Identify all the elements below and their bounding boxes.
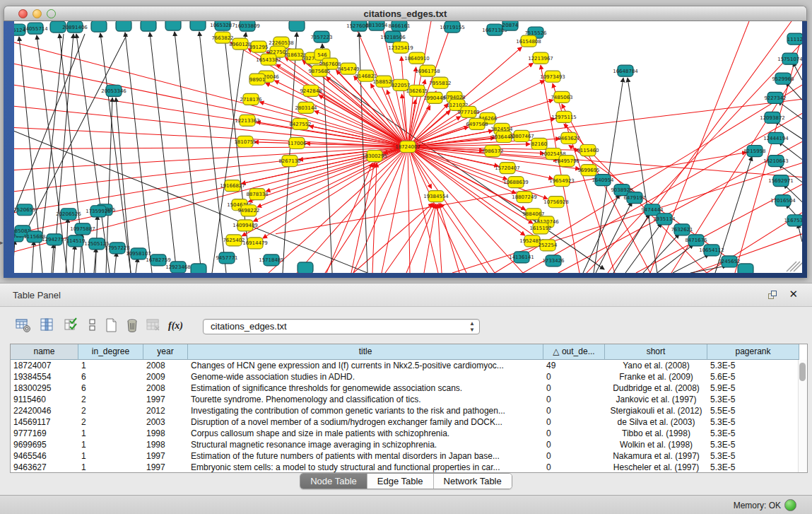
network-node[interactable]: 11112 — [787, 33, 802, 45]
network-node[interactable]: 12325419 — [388, 42, 413, 53]
network-node[interactable]: 9875685 — [308, 65, 330, 76]
network-node[interactable]: 8466161 — [388, 21, 410, 31]
network-node[interactable]: 8813054 — [365, 21, 388, 30]
network-node[interactable]: 1810755 — [234, 136, 256, 147]
function-builder-icon[interactable]: f(x) — [168, 320, 184, 336]
network-node[interactable]: 2718176 — [240, 93, 262, 105]
network-node[interactable]: 7955812 — [429, 77, 451, 88]
scrollbar-thumb[interactable] — [799, 363, 806, 381]
network-node[interactable]: 16033809 — [235, 21, 260, 31]
window-titlebar[interactable]: citations_edges.txt — [4, 6, 807, 21]
network-node[interactable]: 14055714 — [23, 23, 48, 34]
network-node[interactable]: 15692971 — [768, 175, 794, 187]
table-row[interactable]: 911546021997Tourette syndrome. Phenomeno… — [11, 394, 807, 405]
network-node[interactable]: 6497568 — [466, 118, 488, 129]
network-node[interactable] — [190, 21, 206, 30]
network-node[interactable]: 16648784 — [613, 65, 638, 76]
network-node[interactable]: 7357223 — [310, 31, 332, 42]
network-node[interactable] — [191, 264, 206, 273]
network-node[interactable]: 12213363 — [235, 115, 260, 126]
network-node[interactable]: 9463627 — [558, 132, 579, 144]
tab-network-table[interactable]: Network Table — [434, 474, 512, 489]
column-header-short[interactable]: short — [605, 344, 707, 360]
network-node[interactable]: 252254 — [539, 240, 558, 251]
column-header-out_de[interactable]: △ out_de... — [543, 344, 605, 360]
network-node[interactable]: 117006 — [288, 137, 307, 148]
network-node[interactable]: 8215958 — [743, 145, 765, 156]
column-header-name[interactable]: name — [11, 344, 78, 360]
table-row[interactable]: 977716911998Corpus callosum shape and si… — [11, 428, 807, 439]
network-node[interactable]: 16914479 — [242, 238, 268, 249]
network-node[interactable] — [141, 21, 156, 31]
network-node[interactable] — [116, 21, 131, 31]
network-node[interactable]: 7632621 — [671, 224, 693, 235]
table-row[interactable]: 1830029562008Estimation of significance … — [11, 382, 807, 394]
network-node[interactable]: 9227342 — [764, 92, 786, 103]
network-node[interactable] — [91, 21, 107, 32]
network-node[interactable]: 2803144 — [295, 102, 317, 113]
network-node[interactable]: 12444194 — [763, 132, 789, 144]
table-scrollbar[interactable] — [798, 360, 807, 472]
network-node[interactable]: 19384554 — [423, 191, 449, 202]
network-canvas[interactable]: 5512414055714208914061065328716033809735… — [14, 21, 802, 273]
network-node[interactable]: 10688639 — [503, 177, 529, 188]
network-node[interactable]: 2520655 — [14, 204, 36, 216]
float-panel-icon[interactable] — [767, 289, 778, 300]
tab-edge-table[interactable]: Edge Table — [367, 474, 434, 489]
network-node[interactable] — [165, 21, 181, 30]
column-header-year[interactable]: year — [143, 344, 188, 360]
network-node[interactable]: 8427552 — [289, 118, 311, 129]
network-node[interactable]: 15718485 — [259, 255, 284, 266]
network-node[interactable]: 82160 — [531, 138, 547, 149]
table-selector-dropdown[interactable]: citations_edges.txt ▲▼ — [203, 319, 480, 334]
table-row[interactable]: 1456911722003Disruption of a novel membe… — [11, 416, 807, 428]
select-all-columns-icon[interactable] — [64, 317, 79, 333]
show-column-icon[interactable] — [40, 317, 55, 333]
network-node[interactable]: 2935114 — [653, 214, 676, 225]
network-node[interactable]: 20874 — [502, 21, 519, 30]
network-node[interactable]: 9115460 — [577, 144, 599, 156]
network-node[interactable]: 12213967 — [528, 52, 553, 64]
close-panel-icon[interactable]: ✕ — [789, 288, 798, 300]
network-node[interactable]: 9242848 — [300, 85, 322, 96]
table-row[interactable]: 2242004622012Investigating the contribut… — [11, 405, 807, 416]
network-node[interactable]: 10975887 — [70, 223, 95, 235]
network-node[interactable]: 10756928 — [543, 197, 569, 208]
network-node[interactable]: 9777169 — [457, 106, 479, 117]
table-row[interactable]: 969969511998Structural magnetic resonanc… — [11, 439, 807, 450]
table-row[interactable]: 1872400712008Changes of HCN gene express… — [11, 360, 807, 371]
network-node[interactable]: 6479197 — [623, 192, 645, 204]
delete-table-icon[interactable] — [124, 317, 140, 333]
table-row[interactable]: 946362711997Embryonic stem cells: a mode… — [11, 462, 807, 473]
network-node[interactable]: 19654923 — [549, 175, 575, 187]
network-node[interactable]: 10719155 — [440, 21, 465, 33]
table-row[interactable]: 946554611997Estimation of the future num… — [11, 450, 807, 462]
network-node[interactable]: 8878334 — [246, 189, 269, 200]
network-node[interactable]: 8960128 — [229, 38, 251, 49]
network-node[interactable]: 17016504 — [770, 195, 796, 206]
network-node[interactable]: 16210643 — [763, 156, 789, 167]
network-node[interactable]: 7986372 — [481, 145, 503, 156]
network-node[interactable]: 1990448 — [423, 92, 445, 103]
tab-node-table[interactable]: Node Table — [300, 474, 367, 489]
column-header-pagerank[interactable]: pagerank — [707, 344, 799, 360]
network-node[interactable]: 12975115 — [551, 111, 577, 122]
network-node[interactable]: 15751074 — [777, 53, 802, 64]
network-node[interactable]: 9457771 — [216, 252, 237, 264]
network-node[interactable]: 9498222 — [237, 205, 259, 216]
network-node[interactable]: 7485063 — [551, 91, 572, 103]
rows-icon[interactable] — [85, 317, 100, 333]
network-node[interactable]: 20891406 — [62, 21, 88, 33]
network-node[interactable]: 1733426 — [542, 255, 565, 267]
column-header-in_degree[interactable]: in_degree — [78, 344, 143, 360]
table-row[interactable]: 1938455462009Genome-wide association stu… — [11, 371, 807, 382]
network-node[interactable]: 891295 — [249, 41, 269, 52]
network-node[interactable]: 9699695 — [577, 165, 599, 176]
network-node[interactable]: 8267130 — [278, 156, 300, 167]
memory-indicator-button[interactable] — [784, 499, 796, 511]
network-node[interactable]: 12093872 — [760, 112, 785, 123]
new-table-icon[interactable] — [103, 317, 119, 333]
network-node[interactable]: 9245652 — [718, 256, 740, 267]
network-node[interactable]: 10653287 — [210, 21, 235, 30]
panel-collapse-arrow-icon[interactable]: ▸ — [0, 239, 4, 246]
